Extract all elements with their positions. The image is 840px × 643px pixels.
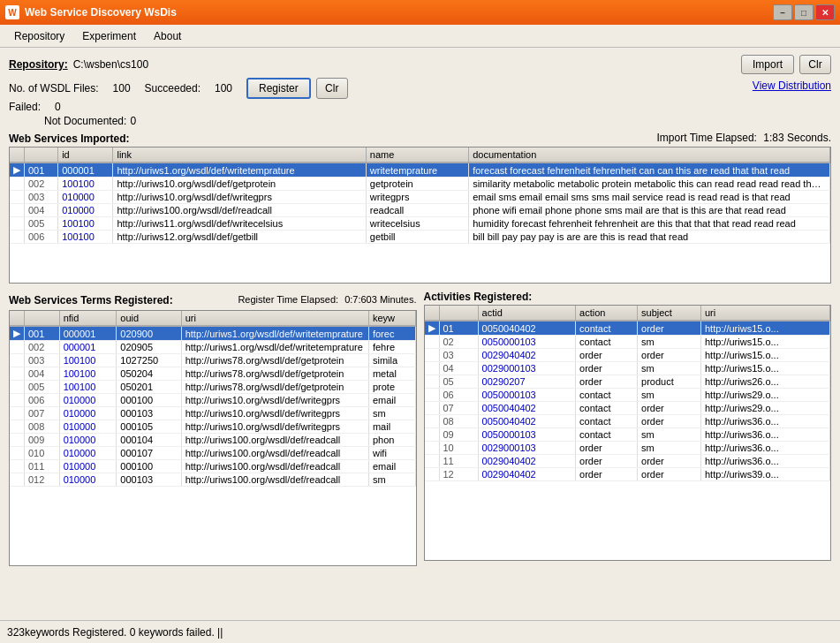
minimize-button[interactable]: – [773,4,792,20]
row-action: order [576,455,638,468]
table-row[interactable]: 003 100100 1027250 http://uriws78.org/ws… [10,354,415,367]
row-doc: phone wifi email phone phone sms mail ar… [469,204,830,217]
row-keyw: prote [368,381,415,394]
table-row[interactable]: 10 0029000103 order sm http://uriws36.o.… [425,442,830,455]
table-row[interactable]: 003 010000 http://uriws10.org/wsdl/def/w… [10,191,830,204]
row-keyw: metal [368,367,415,381]
table-row[interactable]: 010 010000 000107 http://uriws100.org/ws… [10,447,415,460]
row-arrow [10,447,25,460]
register-button[interactable]: Register [246,78,311,99]
view-distribution-link[interactable]: View Distribution [753,79,831,92]
table-row[interactable]: ▶ 01 0050040402 contact order http://uri… [425,321,830,336]
main-content: Repository: C:\wsben\cs100 Import Clr No… [0,48,840,620]
row-num: 003 [25,191,58,204]
row-num: 002 [25,178,58,191]
table-row[interactable]: 05 00290207 order product http://uriws26… [425,375,830,389]
row-arrow [10,231,25,244]
row-id: 010000 [58,191,113,204]
table-row[interactable]: 004 010000 http://uriws100.org/wsdl/def/… [10,204,830,217]
row-action: order [576,375,638,389]
row-keyw: sm [368,407,415,420]
row-num: 05 [439,375,478,389]
row-ouid: 000103 [117,473,181,487]
row-uri: http://uriws78.org/wsdl/def/getprotein [181,367,368,381]
row-num: 006 [25,394,60,407]
row-subject: product [638,375,701,389]
row-nfid: 010000 [59,407,117,420]
table-row[interactable]: ▶ 001 000001 http://uriws1.org/wsdl/def/… [10,163,830,178]
row-name: writecelsius [366,217,468,231]
table-row[interactable]: 002 000001 020905 http://uriws1.org/wsdl… [10,341,415,354]
row-arrow [10,420,25,434]
menu-repository[interactable]: Repository [5,27,73,45]
row-ouid: 020900 [117,326,181,341]
row-id: 010000 [58,204,113,217]
row-subject: order [638,455,701,468]
web-services-section-label: Web Services Imported: [9,132,130,145]
table-row[interactable]: 02 0050000103 contact sm http://uriws15.… [425,336,830,349]
row-name: getprotein [366,178,468,191]
row-uri: http://uriws10.org/wsdl/def/writegprs [181,394,368,407]
row-num: 02 [439,336,478,349]
row-arrow [10,204,25,217]
row-num: 08 [439,415,478,428]
table-row[interactable]: 011 010000 000100 http://uriws100.org/ws… [10,460,415,473]
table-row[interactable]: 04 0029000103 order sm http://uriws15.o.… [425,362,830,375]
repository-row: Repository: C:\wsben\cs100 Import Clr [9,55,831,74]
row-num: 04 [439,362,478,375]
row-doc: forecast forecast fehrenheit fehrenheit … [469,163,830,178]
clr-button-1[interactable]: Clr [799,55,831,74]
row-nfid: 100100 [59,381,117,394]
menu-about[interactable]: About [145,27,190,45]
table-row[interactable]: 009 010000 000104 http://uriws100.org/ws… [10,434,415,447]
table-row[interactable]: 06 0050000103 contact sm http://uriws29.… [425,389,830,402]
table-row[interactable]: 006 100100 http://uriws12.org/wsdl/def/g… [10,231,830,244]
row-arrow [425,415,440,428]
row-nfid: 010000 [59,434,117,447]
row-arrow [10,217,25,231]
table-row[interactable]: 07 0050040402 contact order http://uriws… [425,402,830,415]
row-uri: http://uriws15.o... [700,362,829,375]
table-row[interactable]: 03 0029040402 order order http://uriws15… [425,349,830,362]
table-row[interactable]: 008 010000 000105 http://uriws10.org/wsd… [10,420,415,434]
row-action: order [576,349,638,362]
row-uri: http://uriws100.org/wsdl/def/readcall [181,447,368,460]
table-row[interactable]: 005 100100 050201 http://uriws78.org/wsd… [10,381,415,394]
close-button[interactable]: ✕ [815,4,835,20]
col-name-ws: name [366,148,468,163]
table-row[interactable]: 004 100100 050204 http://uriws78.org/wsd… [10,367,415,381]
row-actid: 0029040402 [478,455,575,468]
table-row[interactable]: 11 0029040402 order order http://uriws36… [425,455,830,468]
row-uri: http://uriws36.o... [700,415,829,428]
table-row[interactable]: 007 010000 000103 http://uriws10.org/wsd… [10,407,415,420]
row-subject: sm [638,428,701,442]
row-uri: http://uriws29.o... [700,402,829,415]
row-num: 005 [25,217,58,231]
row-num: 011 [25,460,60,473]
row-subject: order [638,321,701,336]
col-action: action [576,306,638,321]
table-row[interactable]: 09 0050000103 contact sm http://uriws36.… [425,428,830,442]
menu-experiment[interactable]: Experiment [73,27,145,45]
row-ouid: 050204 [117,367,181,381]
table-row[interactable]: 12 0029040402 order order http://uriws39… [425,468,830,481]
row-arrow: ▶ [425,321,440,336]
import-button[interactable]: Import [741,55,794,74]
table-row[interactable]: 08 0050040402 contact order http://uriws… [425,415,830,428]
row-ouid: 000103 [117,407,181,420]
table-row[interactable]: 002 100100 http://uriws10.org/wsdl/def/g… [10,178,830,191]
row-nfid: 100100 [59,367,117,381]
row-uri: http://uriws100.org/wsdl/def/readcall [181,434,368,447]
maximize-button[interactable]: □ [794,4,814,20]
table-row[interactable]: ▶ 001 000001 020900 http://uriws1.org/ws… [10,326,415,341]
row-keyw: forec [368,326,415,341]
row-link: http://uriws100.org/wsdl/def/readcall [113,204,366,217]
table-row[interactable]: 005 100100 http://uriws11.org/wsdl/def/w… [10,217,830,231]
clr-button-2[interactable]: Clr [316,78,348,99]
failed-count: 0 [55,101,61,113]
row-subject: sm [638,362,701,375]
table-row[interactable]: 006 010000 000100 http://uriws10.org/wsd… [10,394,415,407]
row-arrow [425,362,440,375]
table-row[interactable]: 012 010000 000103 http://uriws100.org/ws… [10,473,415,487]
col-num-act [439,306,478,321]
